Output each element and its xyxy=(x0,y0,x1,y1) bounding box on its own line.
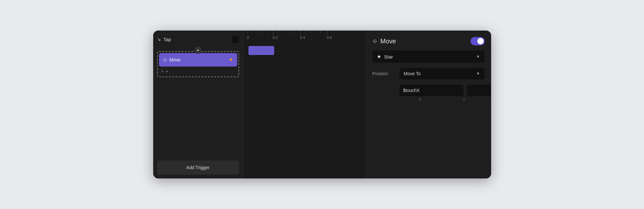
xy-labels: X Y xyxy=(399,97,485,102)
star-orange-icon: ✦ xyxy=(229,56,233,63)
timeline-bar-move[interactable] xyxy=(248,46,274,55)
main-panel: ↘ Tap + ⊹ Move ✦ └ xyxy=(153,31,491,178)
timeline-track-row xyxy=(248,46,360,55)
toggle-knob xyxy=(477,38,484,44)
add-trigger-button[interactable]: Add Trigger xyxy=(157,160,239,175)
xy-row: X Y xyxy=(372,85,485,102)
trigger-header: ↘ Tap xyxy=(157,34,239,44)
target-dropdown-left: ★ Star xyxy=(377,54,393,59)
panel-body: ↘ Tap + ⊹ Move ✦ └ xyxy=(153,31,491,178)
prop-title: ⊹ Move xyxy=(372,38,396,45)
prop-header: ⊹ Move xyxy=(372,37,485,45)
trigger-title-label: Tap xyxy=(163,37,171,42)
trigger-title: ↘ Tap xyxy=(157,37,171,42)
position-type-label: Move To xyxy=(404,71,421,76)
target-dropdown-arrow: ▼ xyxy=(476,54,480,59)
x-axis-label: X xyxy=(399,97,441,102)
move-cross-icon: ⊹ xyxy=(163,57,167,63)
target-dropdown[interactable]: ★ Star ▼ xyxy=(372,50,485,63)
move-item-left: ⊹ Move xyxy=(163,57,181,63)
track-container: ⊹ Move ✦ └ + xyxy=(157,51,239,77)
enabled-toggle[interactable] xyxy=(471,37,485,45)
position-row: Position Move To ▼ xyxy=(372,68,485,79)
y-input[interactable] xyxy=(467,85,491,96)
ruler-mark-1: 0.2 xyxy=(273,36,278,40)
move-item-label: Move xyxy=(170,57,181,62)
timeline-panel: 0 0.2 0.4 0.6 xyxy=(243,31,366,178)
prop-title-label: Move xyxy=(380,38,396,45)
ruler-numbers: 0 0.2 0.4 0.6 xyxy=(247,31,362,41)
trigger-color-swatch[interactable] xyxy=(232,36,239,43)
ruler-mark-2: 0.4 xyxy=(300,36,305,40)
right-panel: ⊹ Move ★ Star ▼ Position Move To xyxy=(366,31,491,178)
track-container-wrapper: + ⊹ Move ✦ └ + xyxy=(157,51,239,77)
ruler-mark-0: 0 xyxy=(247,36,249,40)
y-axis-label: Y xyxy=(443,97,485,102)
target-label: Star xyxy=(384,54,393,59)
ruler-mark-3: 0.6 xyxy=(327,36,332,40)
add-track-button[interactable]: + xyxy=(194,47,201,54)
position-dropdown-arrow: ▼ xyxy=(476,71,480,76)
position-label: Position xyxy=(372,71,395,76)
xy-inputs xyxy=(399,85,485,96)
add-child-label: + xyxy=(166,69,168,74)
timeline-body xyxy=(243,41,366,178)
target-star-icon: ★ xyxy=(377,54,381,59)
x-input[interactable] xyxy=(399,85,463,96)
add-child-button[interactable]: └ + xyxy=(159,68,237,75)
move-track-item[interactable]: ⊹ Move ✦ xyxy=(159,53,237,67)
tap-icon: ↘ xyxy=(157,37,161,42)
move-header-icon: ⊹ xyxy=(372,38,377,45)
ruler-container: 0 0.2 0.4 0.6 xyxy=(243,31,366,41)
position-type-dropdown[interactable]: Move To ▼ xyxy=(399,68,485,79)
add-child-icon: └ xyxy=(161,69,164,74)
left-panel: ↘ Tap + ⊹ Move ✦ └ xyxy=(153,31,243,178)
